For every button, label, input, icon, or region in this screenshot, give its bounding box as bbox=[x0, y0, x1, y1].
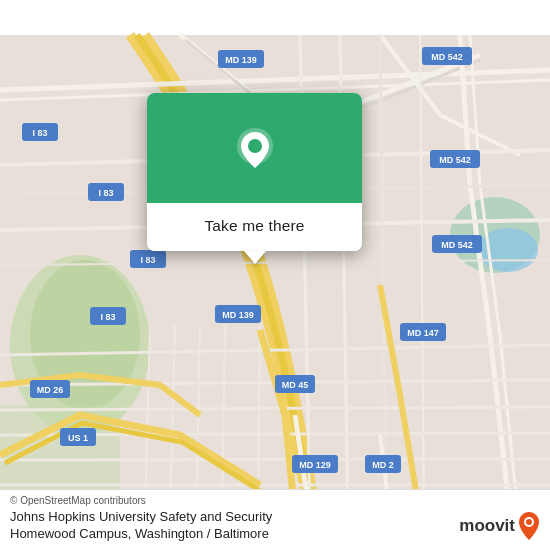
map-container: I 83 I 83 I 83 I 83 MD 139 MD 139 MD 542… bbox=[0, 0, 550, 550]
svg-point-60 bbox=[526, 519, 532, 525]
map-background: I 83 I 83 I 83 I 83 MD 139 MD 139 MD 542… bbox=[0, 0, 550, 550]
svg-text:US 1: US 1 bbox=[68, 433, 88, 443]
svg-line-20 bbox=[0, 459, 550, 460]
moovit-pin-icon bbox=[518, 512, 540, 540]
moovit-logo: moovit bbox=[459, 512, 540, 540]
svg-text:I 83: I 83 bbox=[100, 312, 115, 322]
osm-attribution: © OpenStreetMap contributors bbox=[10, 495, 540, 506]
svg-text:MD 542: MD 542 bbox=[439, 155, 471, 165]
svg-text:MD 129: MD 129 bbox=[299, 460, 331, 470]
svg-text:MD 26: MD 26 bbox=[37, 385, 64, 395]
svg-text:MD 139: MD 139 bbox=[225, 55, 257, 65]
location-popup[interactable]: Take me there bbox=[147, 93, 362, 264]
svg-text:I 83: I 83 bbox=[98, 188, 113, 198]
svg-text:MD 2: MD 2 bbox=[372, 460, 394, 470]
attribution-text: © OpenStreetMap contributors bbox=[10, 495, 146, 506]
svg-text:MD 147: MD 147 bbox=[407, 328, 439, 338]
popup-header bbox=[147, 93, 362, 203]
svg-point-58 bbox=[248, 139, 262, 153]
moovit-logo-text: moovit bbox=[459, 516, 515, 536]
svg-text:MD 139: MD 139 bbox=[222, 310, 254, 320]
location-pin-icon bbox=[231, 124, 279, 172]
svg-text:MD 542: MD 542 bbox=[431, 52, 463, 62]
popup-button-area: Take me there bbox=[147, 203, 362, 251]
take-me-there-button[interactable]: Take me there bbox=[204, 213, 304, 239]
svg-text:MD 45: MD 45 bbox=[282, 380, 309, 390]
place-name-line2: Homewood Campus, Washington / Baltimore bbox=[10, 526, 269, 541]
place-name-line1: Johns Hopkins University Safety and Secu… bbox=[10, 509, 272, 524]
svg-text:I 83: I 83 bbox=[32, 128, 47, 138]
svg-text:MD 542: MD 542 bbox=[441, 240, 473, 250]
